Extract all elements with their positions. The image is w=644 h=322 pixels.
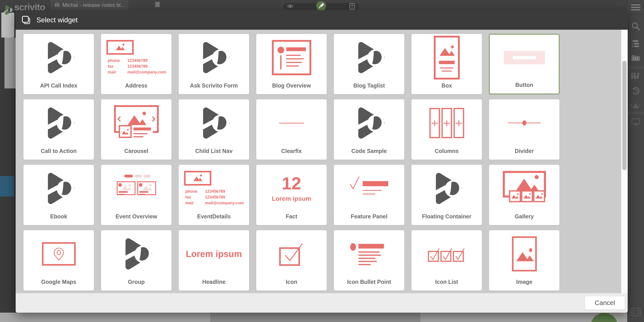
widget-card-call-to-action[interactable]: Call to Action — [24, 99, 94, 160]
widget-card-label: Feature Panel — [334, 213, 404, 220]
widget-card-carousel[interactable]: Carousel — [101, 99, 172, 160]
scrivito-mark-preview-icon — [24, 34, 94, 81]
hamburger-menu-icon[interactable] — [628, 4, 644, 11]
sidebar-separator — [628, 66, 644, 69]
scrollbar-track[interactable] — [621, 30, 628, 293]
page-tab: Michal - release notes bl... — [50, 0, 128, 10]
scrivito-mark-preview-icon — [334, 99, 404, 147]
widget-card-headline[interactable]: Lorem ipsumHeadline — [179, 230, 249, 291]
sidebar-separator — [628, 14, 644, 14]
widget-card-gallery[interactable]: Gallery — [489, 165, 560, 225]
search-icon[interactable] — [628, 22, 644, 31]
widget-card-event-overview[interactable]: Event Overview — [101, 165, 172, 225]
widget-card-label: Icon Bullet Point — [334, 279, 404, 285]
feature-panel-preview-icon — [334, 165, 404, 212]
top-bar: Michal - release notes bl... — [0, 0, 644, 10]
address-preview-icon: phone123456789 fax123456789 mailmail@com… — [179, 165, 249, 212]
content-tree-icon[interactable] — [628, 40, 644, 47]
cancel-button[interactable]: Cancel — [585, 296, 625, 310]
scrivito-mark-preview-icon — [24, 165, 94, 212]
widget-card-button[interactable]: Button — [489, 34, 560, 94]
widget-card-label: Box — [412, 82, 482, 89]
widget-card-eventdetails[interactable]: phone123456789 fax123456789 mailmail@com… — [179, 165, 249, 225]
select-widget-modal: Select widget API Call Index phone123456… — [16, 10, 628, 313]
widget-card-label: API Call Index — [24, 82, 94, 89]
icon-list-preview-icon — [412, 230, 482, 278]
broadcast-warning-icon[interactable] — [628, 102, 644, 109]
widget-card-label: Group — [101, 279, 172, 285]
widget-card-code-sample[interactable]: Code Sample — [334, 99, 404, 160]
scrollbar-thumb[interactable] — [622, 61, 626, 170]
widget-card-columns[interactable]: Columns — [412, 99, 482, 160]
widget-card-divider[interactable]: Divider — [489, 99, 560, 160]
widget-card-label: Icon — [256, 279, 327, 285]
event-overview-preview-icon — [101, 165, 172, 212]
widget-card-google-maps[interactable]: Google Maps — [24, 230, 94, 291]
dimmed-page-bottom — [0, 313, 628, 322]
scrivito-mark-preview-icon — [101, 230, 172, 278]
headline-preview-icon: Lorem ipsum — [179, 230, 249, 278]
modal-footer: Cancel — [16, 293, 628, 313]
widget-card-clearfix[interactable]: Clearfix — [256, 99, 327, 160]
content-browser-folder-icon[interactable] — [628, 54, 644, 61]
widget-card-icon[interactable]: Icon — [256, 230, 327, 291]
widget-card-label: Image — [489, 279, 560, 285]
widget-card-label: Carousel — [101, 148, 172, 154]
dimmed-page-left — [0, 10, 16, 313]
widget-card-feature-panel[interactable]: Feature Panel — [334, 165, 404, 225]
archive-binders-icon[interactable] — [628, 72, 644, 79]
scrivito-editor: Michal - release notes bl... scrivito — [0, 0, 644, 322]
widget-card-icon-list[interactable]: Icon List — [412, 230, 482, 291]
scrivito-mark-preview-icon — [412, 165, 482, 212]
widget-card-group[interactable]: Group — [101, 230, 172, 291]
scrivito-mark-preview-icon — [179, 99, 249, 147]
preview-eye-icon — [287, 4, 294, 9]
widget-card-api-call-index[interactable]: API Call Index — [24, 34, 94, 94]
widget-card-label: Button — [490, 82, 559, 88]
widget-card-box[interactable]: Box — [412, 34, 482, 94]
widget-card-label: Address — [101, 82, 172, 89]
edit-pencil-icon — [316, 1, 326, 11]
widget-card-image[interactable]: Image — [489, 230, 560, 291]
widget-card-label: Gallery — [489, 213, 560, 220]
widget-card-fact[interactable]: 12 Lorem ipsumFact — [256, 165, 327, 225]
widget-card-child-list-nav[interactable]: Child List Nav — [179, 99, 249, 160]
scrivito-logo-icon — [4, 5, 14, 16]
widget-card-address[interactable]: phone123456789 fax123456789 mailmail@com… — [101, 34, 172, 94]
widget-card-icon-bullet-point[interactable]: Icon Bullet Point — [334, 230, 404, 291]
dimmed-blue-section — [0, 176, 14, 196]
widget-card-ask-scrivito-form[interactable]: Ask Scrivito Form — [179, 34, 249, 94]
display-monitor-icon[interactable] — [628, 118, 644, 126]
modal-header: Select widget — [16, 10, 628, 30]
columns-preview-icon — [412, 99, 482, 147]
widget-card-label: Icon List — [412, 279, 482, 285]
history-icon[interactable] — [628, 87, 644, 95]
widget-grid: API Call Index phone123456789 fax1234567… — [24, 34, 560, 291]
widget-card-label: Ask Scrivito Form — [179, 82, 249, 89]
widget-card-label: Floating Container — [412, 213, 482, 220]
widget-card-blog-taglist[interactable]: Blog Taglist — [334, 34, 404, 94]
widget-card-label: Clearfix — [256, 148, 327, 154]
torn-page-icon — [155, 2, 160, 10]
dimmed-content-band — [210, 313, 420, 322]
sidebar-separator — [628, 112, 644, 114]
widget-card-floating-container[interactable]: Floating Container — [412, 165, 482, 225]
widget-card-label: Blog Overview — [256, 82, 327, 89]
box-preview-icon — [412, 34, 482, 81]
widget-card-label: Headline — [179, 279, 249, 285]
page-tab-icon — [55, 3, 60, 8]
fact-preview-icon: 12 Lorem ipsum — [256, 165, 327, 212]
widget-card-ebook[interactable]: Ebook — [24, 165, 94, 225]
widget-icon — [21, 15, 31, 25]
widget-card-blog-overview[interactable]: Blog Overview — [256, 34, 327, 94]
fullscreen-icon[interactable] — [628, 308, 644, 316]
image-preview-icon — [489, 230, 560, 278]
edit-mode-toggle — [284, 3, 359, 9]
divider-preview-icon — [489, 99, 560, 147]
changes-diff-icon — [350, 3, 355, 11]
widget-card-label: Columns — [412, 148, 482, 154]
widget-card-label: EventDetails — [179, 213, 249, 220]
blog-overview-preview-icon — [256, 34, 327, 81]
dimmed-content-block — [4, 37, 16, 88]
button-preview-icon — [490, 35, 559, 81]
